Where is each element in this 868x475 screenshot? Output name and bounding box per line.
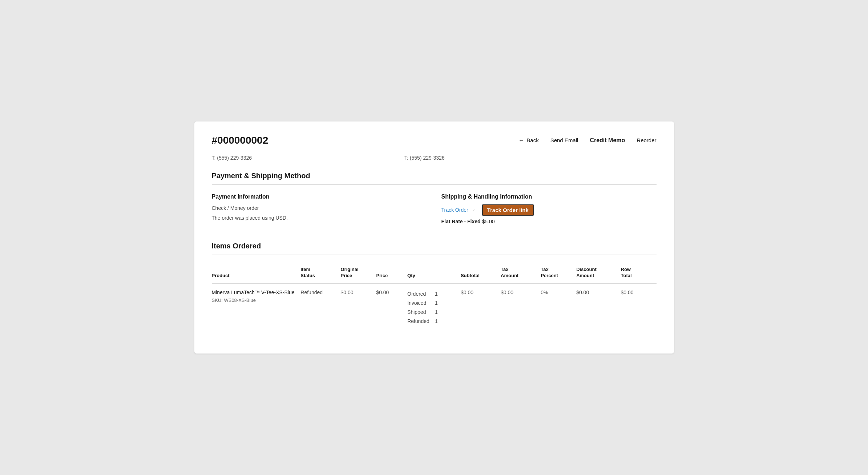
section-divider (212, 184, 657, 185)
qty-label: Invoiced (407, 299, 433, 308)
qty-label: Ordered (407, 290, 433, 299)
col-item-status: ItemStatus (300, 264, 340, 283)
payment-currency-note: The order was placed using USD. (212, 214, 427, 222)
phone-right: T: (555) 229-3326 (404, 155, 445, 161)
table-row: Minerva LumaTech™ V-Tee-XS-BlueSKU: WS08… (212, 283, 657, 332)
flat-rate-label: Flat Rate - Fixed (441, 219, 481, 224)
flat-rate-info: Flat Rate - Fixed $5.00 (441, 219, 657, 224)
col-tax-percent: TaxPercent (541, 264, 576, 283)
row-total-cell: $0.00 (621, 283, 657, 332)
tax-percent-cell: 0% (541, 283, 576, 332)
qty-item: Invoiced 1 (407, 299, 456, 308)
subtotal-cell: $0.00 (461, 283, 501, 332)
phone-left: T: (555) 229-3326 (212, 155, 252, 161)
col-price: Price (376, 264, 407, 283)
send-email-button[interactable]: Send Email (550, 137, 578, 143)
qty-value: 1 (435, 309, 438, 315)
col-row-total: RowTotal (621, 264, 657, 283)
item-status-cell: Refunded (300, 283, 340, 332)
payment-section-title: Payment & Shipping Method (212, 172, 657, 180)
product-sku: SKU: WS08-XS-Blue (212, 298, 296, 303)
items-table: Product ItemStatus OriginalPrice Price Q… (212, 264, 657, 332)
qty-label: Refunded (407, 317, 433, 326)
reorder-button[interactable]: Reorder (637, 137, 656, 143)
track-order-link[interactable]: Track Order (441, 207, 468, 213)
items-table-head: Product ItemStatus OriginalPrice Price Q… (212, 264, 657, 283)
col-original-price: OriginalPrice (340, 264, 376, 283)
payment-shipping-section: Payment & Shipping Method Payment Inform… (212, 172, 657, 224)
items-section-title: Items Ordered (212, 242, 657, 250)
header-actions: ← Back Send Email Credit Memo Reorder (518, 137, 656, 144)
tax-amount-cell: $0.00 (501, 283, 541, 332)
back-arrow-icon: ← (518, 137, 524, 144)
order-id: #000000002 (212, 135, 269, 146)
items-divider (212, 255, 657, 255)
price-cell: $0.00 (376, 283, 407, 332)
track-order-annotation: Track Order link (482, 204, 534, 216)
payment-method: Check / Money order (212, 204, 427, 212)
payment-info-block: Payment Information Check / Money order … (212, 193, 427, 224)
col-qty: Qty (407, 264, 461, 283)
qty-item: Shipped 1 (407, 308, 456, 317)
discount-amount-cell: $0.00 (576, 283, 621, 332)
col-discount-amount: DiscountAmount (576, 264, 621, 283)
items-table-header-row: Product ItemStatus OriginalPrice Price Q… (212, 264, 657, 283)
payment-info-title: Payment Information (212, 193, 427, 200)
qty-cell: Ordered 1Invoiced 1Shipped 1Refunded 1 (407, 283, 461, 332)
qty-label: Shipped (407, 308, 433, 317)
qty-value: 1 (435, 318, 438, 324)
col-tax-amount: TaxAmount (501, 264, 541, 283)
items-ordered-section: Items Ordered Product ItemStatus Origina… (212, 242, 657, 332)
phone-row: T: (555) 229-3326 T: (555) 229-3326 (212, 155, 657, 161)
items-table-body: Minerva LumaTech™ V-Tee-XS-BlueSKU: WS08… (212, 283, 657, 332)
qty-value: 1 (435, 291, 438, 297)
col-subtotal: Subtotal (461, 264, 501, 283)
credit-memo-button[interactable]: Credit Memo (590, 137, 625, 144)
original-price-cell: $0.00 (340, 283, 376, 332)
payment-shipping-grid: Payment Information Check / Money order … (212, 193, 657, 224)
order-detail-card: #000000002 ← Back Send Email Credit Memo… (194, 121, 674, 354)
shipping-info-title: Shipping & Handling Information (441, 193, 657, 200)
col-product: Product (212, 264, 301, 283)
shipping-info-block: Shipping & Handling Information Track Or… (441, 193, 657, 224)
qty-item: Refunded 1 (407, 317, 456, 326)
product-cell: Minerva LumaTech™ V-Tee-XS-BlueSKU: WS08… (212, 283, 301, 332)
card-header: #000000002 ← Back Send Email Credit Memo… (212, 135, 657, 146)
qty-item: Ordered 1 (407, 290, 456, 299)
back-button[interactable]: ← Back (518, 137, 538, 144)
track-order-container: Track Order ← Track Order link (441, 204, 657, 216)
product-name: Minerva LumaTech™ V-Tee-XS-Blue (212, 290, 296, 295)
qty-value: 1 (435, 300, 438, 306)
flat-rate-value: $5.00 (482, 219, 495, 224)
arrow-left-icon: ← (472, 206, 479, 214)
